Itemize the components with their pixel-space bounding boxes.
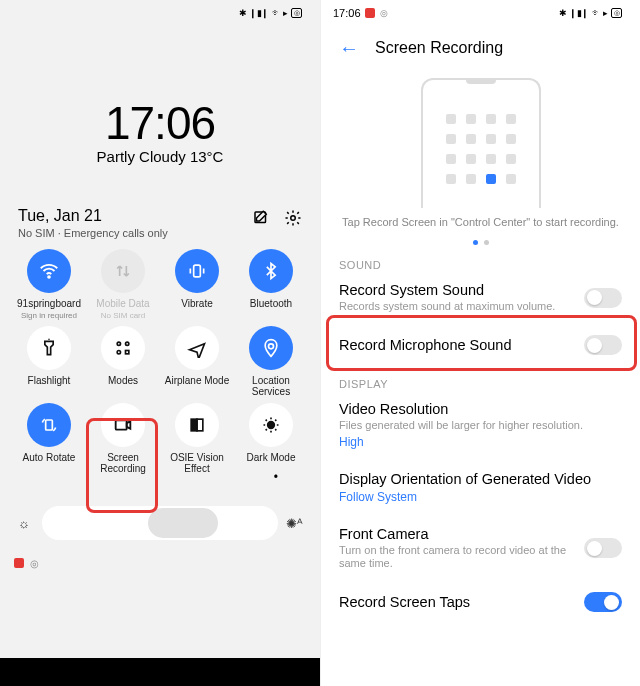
qs-location[interactable]: Location Services	[234, 326, 308, 397]
nav-bar-area	[0, 658, 320, 686]
qs-bluetooth[interactable]: Bluetooth	[234, 249, 308, 320]
status-icons: ✱❙▮❙ᯤ▸◎	[239, 8, 303, 18]
brightness-slider[interactable]	[42, 506, 278, 540]
quick-settings-grid: 91springboardSign in required Mobile Dat…	[0, 239, 320, 474]
brightness-thumb[interactable]	[148, 508, 218, 538]
status-bar: ✱❙▮❙ᯤ▸◎	[0, 0, 320, 26]
svg-rect-12	[197, 419, 203, 431]
svg-point-6	[117, 351, 120, 354]
page-title: Screen Recording	[375, 39, 503, 57]
toggle-front-camera[interactable]	[584, 538, 622, 558]
recording-indicator-icon	[365, 8, 375, 18]
rotate-icon	[27, 403, 71, 447]
row-orientation[interactable]: Display Orientation of Generated Video F…	[321, 460, 640, 515]
section-sound: SOUND	[321, 259, 640, 271]
illustration-phone	[421, 78, 541, 208]
qs-flashlight[interactable]: Flashlight	[12, 326, 86, 397]
date-block: Tue, Jan 21 No SIM · Emergency calls onl…	[18, 207, 168, 239]
lock-clock: 17:06 Partly Cloudy 13°C	[0, 96, 320, 165]
settings-panel: 17:06 ◎ ✱❙▮❙ᯤ▸◎ ← Screen Recording Tap R…	[320, 0, 640, 686]
lock-weather: Partly Cloudy 13°C	[0, 148, 320, 165]
qs-modes[interactable]: Modes	[86, 326, 160, 397]
svg-rect-10	[116, 420, 127, 429]
hint-text: Tap Record Screen in "Control Center" to…	[321, 216, 640, 228]
qs-wifi[interactable]: 91springboardSign in required	[12, 249, 86, 320]
back-arrow-icon[interactable]: ←	[339, 38, 359, 58]
qs-airplane[interactable]: Airplane Mode	[160, 326, 234, 397]
osie-icon	[175, 403, 219, 447]
status-time: 17:06	[333, 7, 361, 19]
svg-rect-11	[191, 419, 197, 431]
qs-osie[interactable]: OSIE Vision Effect	[160, 403, 234, 474]
control-center-panel: ✱❙▮❙ᯤ▸◎ 17:06 Partly Cloudy 13°C Tue, Ja…	[0, 0, 320, 686]
small-icon: ◎	[30, 558, 39, 569]
row-record-system-sound[interactable]: Record System Sound Records system sound…	[321, 271, 640, 324]
lock-time: 17:06	[0, 96, 320, 150]
location-icon	[249, 326, 293, 370]
qs-vibrate[interactable]: Vibrate	[160, 249, 234, 320]
toggle-record-taps[interactable]	[584, 592, 622, 612]
svg-point-13	[268, 422, 275, 429]
data-icon	[101, 249, 145, 293]
svg-point-1	[291, 216, 296, 221]
row-record-taps[interactable]: Record Screen Taps	[321, 581, 640, 612]
modes-icon	[101, 326, 145, 370]
sim-status: No SIM · Emergency calls only	[18, 227, 168, 239]
qs-mobile-data[interactable]: Mobile DataNo SIM card	[86, 249, 160, 320]
section-display: DISPLAY	[321, 378, 640, 390]
vibrate-icon	[175, 249, 219, 293]
edit-icon[interactable]	[252, 209, 270, 227]
status-bar-right: 17:06 ◎ ✱❙▮❙ᯤ▸◎	[321, 0, 640, 26]
airplane-icon	[175, 326, 219, 370]
row-video-resolution[interactable]: Video Resolution Files generated will be…	[321, 390, 640, 460]
recording-indicator-icon	[14, 558, 24, 568]
pager-dots[interactable]	[321, 240, 640, 245]
row-record-mic-sound[interactable]: Record Microphone Sound	[321, 324, 640, 366]
qs-auto-rotate[interactable]: Auto Rotate	[12, 403, 86, 474]
toggle-mic-sound[interactable]	[584, 335, 622, 355]
brightness-low-icon: ☼	[18, 516, 34, 531]
gear-icon[interactable]	[284, 209, 302, 227]
bluetooth-icon	[249, 249, 293, 293]
small-icon: ◎	[379, 8, 389, 18]
auto-brightness-icon[interactable]: ✺ᴬ	[286, 516, 302, 531]
svg-point-2	[48, 276, 50, 278]
lock-date: Tue, Jan 21	[18, 207, 168, 225]
svg-rect-3	[194, 265, 201, 277]
flashlight-icon	[27, 326, 71, 370]
qs-screen-recording[interactable]: Screen Recording	[86, 403, 160, 474]
toggle-system-sound[interactable]	[584, 288, 622, 308]
svg-point-4	[117, 342, 120, 345]
svg-point-8	[269, 344, 274, 349]
svg-rect-9	[46, 420, 53, 430]
bottom-status-icons: ◎	[0, 558, 320, 569]
status-icons: ✱❙▮❙ᯤ▸◎	[559, 8, 623, 18]
svg-rect-7	[126, 351, 129, 354]
record-icon	[101, 403, 145, 447]
dark-icon	[249, 403, 293, 447]
brightness-row: ☼ ✺ᴬ	[0, 506, 320, 540]
qs-dark-mode[interactable]: Dark Mode	[234, 403, 308, 474]
row-front-camera[interactable]: Front Camera Turn on the front camera to…	[321, 515, 640, 581]
wifi-icon	[27, 249, 71, 293]
svg-point-5	[126, 342, 129, 345]
